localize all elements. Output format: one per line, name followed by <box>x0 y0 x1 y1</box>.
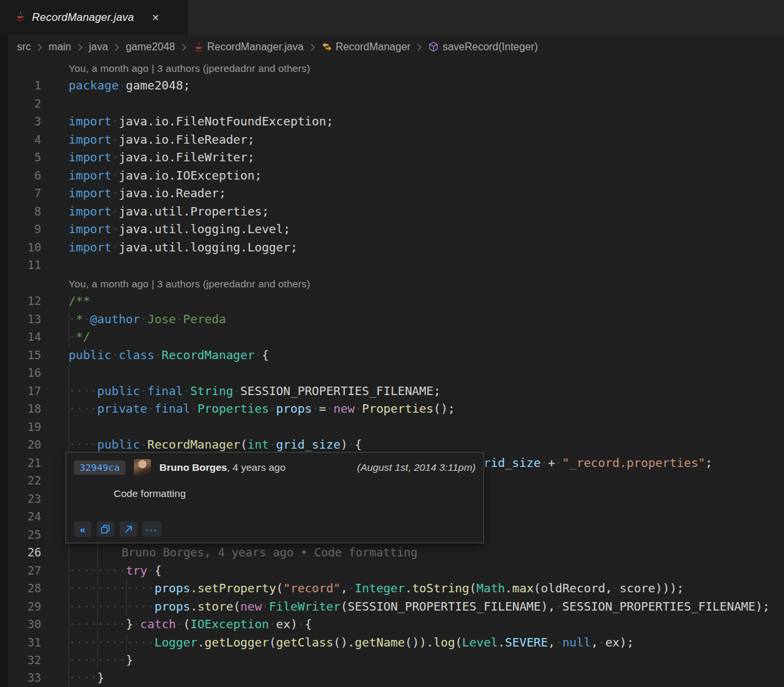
code-text: ····public·final·String·SESSION_PROPERTI… <box>69 384 440 398</box>
code-text: import·java.io.FileNotFoundException; <box>69 114 333 128</box>
line-number: 8 <box>8 203 41 221</box>
java-file-icon <box>193 41 204 52</box>
line-number: 32 <box>8 652 41 669</box>
code-line-7[interactable]: 7import·java.io.Reader; <box>8 184 784 202</box>
line-number: 18 <box>8 400 41 418</box>
code-line-29[interactable]: 29············props.store(new·FileWriter… <box>8 598 784 615</box>
chevrons-left-icon: « <box>80 524 85 535</box>
line-number: 4 <box>8 131 41 149</box>
tab-recordmanager-java[interactable]: RecordManager.java ✕ <box>0 0 188 35</box>
code-line-12[interactable]: 12/** <box>8 292 784 310</box>
git-blame-hover-popup: 32949ca Bruno Borges, 4 years ago (Augus… <box>65 452 484 543</box>
code-line-3[interactable]: 3import·java.io.FileNotFoundException; <box>8 112 784 130</box>
breadcrumb-separator-icon <box>416 43 422 52</box>
code-line-1[interactable]: 1package·game2048; <box>8 76 784 94</box>
line-number: 16 <box>8 364 41 382</box>
code-line-9[interactable]: 9import·java.util.logging.Level; <box>8 220 784 238</box>
code-line-16[interactable]: 16 <box>8 364 784 381</box>
copy-commit-id-button[interactable] <box>97 521 114 537</box>
blame-annotation-text: You, a month ago | 3 authors (jperedadnr… <box>69 63 310 74</box>
breadcrumb-item-main[interactable]: main <box>48 41 71 53</box>
breadcrumb-label: RecordManager.java <box>207 41 304 53</box>
code-text: ····private·final·Properties·props·=·new… <box>69 402 455 415</box>
line-number: 9 <box>8 221 41 238</box>
line-number: 7 <box>8 185 41 202</box>
code-line-5[interactable]: 5import·java.io.FileWriter; <box>8 148 784 166</box>
breadcrumb-separator-icon <box>310 43 316 52</box>
line-number: 33 <box>8 669 41 687</box>
code-line-6[interactable]: 6import·java.io.IOException; <box>8 167 784 184</box>
line-number: 13 <box>8 311 41 328</box>
breadcrumb-item-game2048[interactable]: game2048 <box>125 41 175 53</box>
class-icon <box>321 41 333 52</box>
code-line-32[interactable]: 32········} <box>8 651 784 669</box>
breadcrumb: srcmainjavagame2048RecordManager.javaRec… <box>8 35 784 59</box>
code-text: ············props.setProperty("record",·… <box>69 581 684 595</box>
breadcrumb-label: RecordManager <box>336 41 411 53</box>
open-commit-on-remote-button[interactable] <box>120 521 137 537</box>
code-line-19[interactable]: 19 <box>8 418 784 436</box>
code-text: package·game2048; <box>69 78 190 92</box>
blame-annotation-row[interactable]: You, a month ago | 3 authors (jperedadnr… <box>8 274 784 292</box>
blame-annotation-row[interactable]: You, a month ago | 3 authors (jperedadnr… <box>8 59 784 76</box>
line-number: 27 <box>8 562 41 580</box>
tab-bar: RecordManager.java ✕ <box>0 0 784 35</box>
code-text: ········} <box>69 653 133 667</box>
line-number: 22 <box>8 472 41 490</box>
code-text: ····public·RecordManager(int·grid_size)·… <box>69 438 362 451</box>
method-icon <box>428 41 439 52</box>
breadcrumb-item-java[interactable]: java <box>89 41 108 53</box>
popup-toolbar: «··· <box>74 521 161 537</box>
code-line-10[interactable]: 10import·java.util.logging.Logger; <box>8 238 784 256</box>
code-line-27[interactable]: 27········try·{ <box>8 562 784 579</box>
code-text: import·java.io.FileReader; <box>69 133 255 146</box>
code-text: ············props.store(new·FileWriter(S… <box>69 599 770 613</box>
line-number: 30 <box>8 616 41 633</box>
code-line-31[interactable]: 31············Logger.getLogger(getClass(… <box>8 633 784 651</box>
line-number: 2 <box>8 95 41 113</box>
breadcrumb-item-src[interactable]: src <box>17 41 31 53</box>
commit-time-ago: , 4 years ago <box>227 462 286 473</box>
breadcrumb-label: src <box>17 41 31 53</box>
code-line-20[interactable]: 20····public·RecordManager(int·grid_size… <box>8 436 784 453</box>
code-text: import·java.util.logging.Level; <box>69 222 290 236</box>
line-number: 24 <box>8 508 41 526</box>
code-editor[interactable]: You, a month ago | 3 authors (jperedadnr… <box>8 59 784 687</box>
code-line-33[interactable]: 33····} <box>8 669 784 686</box>
commit-message: Code formatting <box>66 488 483 500</box>
line-number: 19 <box>8 419 41 436</box>
code-line-13[interactable]: 13·*·@author·Jose·Pereda <box>8 310 784 328</box>
code-text: import·java.io.Reader; <box>69 186 226 200</box>
breadcrumb-item-recordmanager[interactable]: RecordManager <box>321 41 411 53</box>
more-actions-button[interactable]: ··· <box>142 521 161 537</box>
close-icon[interactable]: ✕ <box>149 11 162 24</box>
code-text: ····} <box>69 671 105 684</box>
code-line-17[interactable]: 17····public·final·String·SESSION_PROPER… <box>8 382 784 400</box>
code-line-14[interactable]: 14·*/ <box>8 328 784 345</box>
code-line-30[interactable]: 30········}·catch·(IOException·ex)·{ <box>8 615 784 633</box>
breadcrumb-label: game2048 <box>125 41 175 53</box>
breadcrumb-separator-icon <box>77 43 83 52</box>
line-number: 29 <box>8 598 41 616</box>
line-number: 26 <box>8 544 41 562</box>
code-line-8[interactable]: 8import·java.util.Properties; <box>8 202 784 220</box>
code-line-28[interactable]: 28············props.setProperty("record"… <box>8 579 784 597</box>
code-line-15[interactable]: 15public·class·RecordManager·{ <box>8 346 784 364</box>
code-line-11[interactable]: 11 <box>8 256 784 274</box>
code-line-4[interactable]: 4import·java.io.FileReader; <box>8 131 784 148</box>
line-number: 1 <box>8 77 41 95</box>
breadcrumb-item-saverecord-integer-[interactable]: saveRecord(Integer) <box>428 41 538 53</box>
code-line-18[interactable]: 18····private·final·Properties·props·=·n… <box>8 400 784 417</box>
java-file-icon <box>14 10 25 24</box>
line-number: 17 <box>8 383 41 400</box>
line-number: 3 <box>8 113 41 131</box>
breadcrumb-item-recordmanager-java[interactable]: RecordManager.java <box>193 41 304 53</box>
show-previous-blame-button[interactable]: « <box>74 521 91 537</box>
code-line-26[interactable]: 26Bruno Borges, 4 years ago • Code forma… <box>8 543 784 561</box>
breadcrumb-label: saveRecord(Integer) <box>442 41 538 53</box>
code-line-2[interactable]: 2 <box>8 95 784 112</box>
tab-title: RecordManager.java <box>32 11 134 24</box>
commit-hash-chip[interactable]: 32949ca <box>74 460 125 475</box>
arrow-up-right-icon <box>123 524 133 534</box>
code-text: ············Logger.getLogger(getClass().… <box>69 635 634 649</box>
